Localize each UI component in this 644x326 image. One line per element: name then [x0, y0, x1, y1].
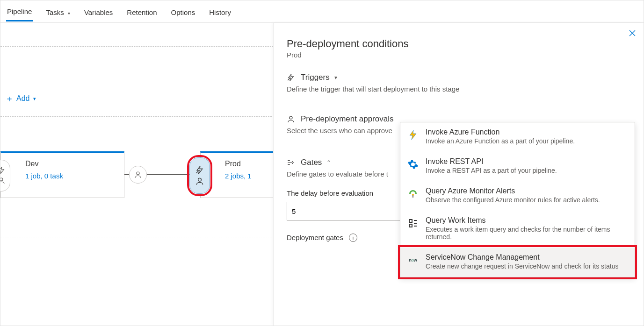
stage-name: Dev [25, 160, 116, 168]
gate-option-desc: Invoke an Azure Function as a part of yo… [426, 137, 628, 145]
monitor-icon [407, 188, 419, 200]
pre-deployment-button-dev[interactable] [0, 160, 10, 191]
section-desc: Define the trigger that will start deplo… [287, 85, 630, 93]
tab-pipeline[interactable]: Pipeline [6, 1, 33, 21]
gate-option-rest-api[interactable]: Invoke REST API Invoke a REST API as a p… [400, 152, 635, 181]
tab-options[interactable]: Options [170, 2, 196, 21]
gate-option-monitor-alerts[interactable]: Query Azure Monitor Alerts Observe the c… [400, 181, 635, 211]
svg-line-3 [196, 170, 199, 173]
tab-history[interactable]: History [208, 2, 232, 21]
gate-option-desc: Invoke a REST API as a part of your pipe… [426, 167, 628, 174]
gate-option-desc: Executes a work item query and checks fo… [426, 226, 628, 241]
gate-option-title: ServiceNow Change Management [426, 253, 628, 262]
lightning-icon [195, 165, 204, 175]
chevron-down-icon: ▾ [33, 96, 36, 102]
pre-deployment-panel: Pre-deployment conditions Prod Triggers … [273, 23, 644, 326]
section-label: Gates [301, 158, 322, 167]
section-triggers[interactable]: Triggers ▾ [287, 73, 630, 82]
gate-option-desc: Observe the configured Azure monitor rul… [426, 196, 628, 204]
pre-deployment-button-prod[interactable] [189, 157, 210, 194]
panel-title: Pre-deployment conditions [287, 38, 630, 50]
gate-option-title: Invoke Azure Function [426, 128, 628, 136]
gate-option-azure-function[interactable]: Invoke Azure Function Invoke an Azure Fu… [400, 122, 635, 152]
user-icon [134, 170, 142, 179]
tab-tasks-label: Tasks [46, 8, 64, 16]
deployment-gates-label: Deployment gates [287, 234, 343, 241]
gate-dropdown-menu: Invoke Azure Function Invoke an Azure Fu… [400, 122, 635, 277]
gate-option-title: Invoke REST API [426, 157, 628, 166]
gate-option-title: Query Azure Monitor Alerts [426, 187, 628, 195]
workitems-icon [407, 217, 419, 229]
servicenow-icon: now [407, 254, 419, 266]
lightning-icon [0, 166, 6, 175]
info-icon[interactable]: i [349, 234, 357, 242]
tab-variables[interactable]: Variables [83, 2, 114, 21]
post-deployment-button-dev[interactable] [129, 166, 147, 184]
lightning-icon [287, 73, 296, 82]
gate-option-work-items[interactable]: Query Work Items Executes a work item qu… [400, 211, 635, 248]
close-button[interactable] [629, 29, 636, 37]
panel-subtitle: Prod [287, 51, 630, 59]
separator [0, 116, 272, 117]
user-icon [0, 177, 6, 185]
svg-rect-10 [412, 195, 413, 198]
tab-tasks[interactable]: Tasks ▾ [45, 2, 71, 21]
gate-icon [287, 158, 296, 167]
add-stage-label: Add [16, 94, 29, 103]
chevron-down-icon: ▾ [334, 74, 337, 81]
stage-jobs-link[interactable]: 2 jobs, 1 [225, 172, 252, 180]
separator [0, 238, 272, 238]
add-stage-button[interactable]: ＋ Add ▾ [5, 93, 36, 104]
gate-option-title: Query Work Items [426, 216, 628, 225]
stage-jobs-link[interactable]: 1 job, 0 task [25, 172, 63, 180]
azure-function-icon [407, 129, 419, 141]
stage-row: Dev 1 job, 0 task Prod 2 jobs, 1 [0, 147, 294, 203]
svg-point-2 [137, 172, 139, 175]
gear-icon [407, 158, 419, 170]
svg-point-8 [289, 116, 292, 119]
section-label: Triggers [301, 73, 330, 82]
section-label: Pre-deployment approvals [301, 114, 393, 124]
connector-line [124, 174, 129, 175]
user-icon [195, 177, 204, 186]
chevron-up-icon: ⌃ [326, 159, 331, 166]
plus-icon: ＋ [5, 93, 14, 104]
gate-option-desc: Create new change request in ServiceNow … [426, 262, 628, 270]
gate-option-servicenow[interactable]: now ServiceNow Change Management Create … [400, 248, 635, 277]
svg-line-7 [288, 78, 290, 81]
svg-point-4 [198, 178, 202, 181]
user-icon [287, 115, 296, 123]
top-tab-bar: Pipeline Tasks ▾ Variables Retention Opt… [0, 0, 644, 23]
close-icon [629, 29, 636, 37]
chevron-down-icon: ▾ [68, 11, 70, 16]
pipeline-canvas: ＋ Add ▾ Dev 1 job, 0 task [0, 23, 644, 326]
tab-retention[interactable]: Retention [126, 2, 158, 21]
stage-card-dev[interactable]: Dev 1 job, 0 task [0, 151, 124, 198]
svg-point-1 [0, 178, 3, 181]
